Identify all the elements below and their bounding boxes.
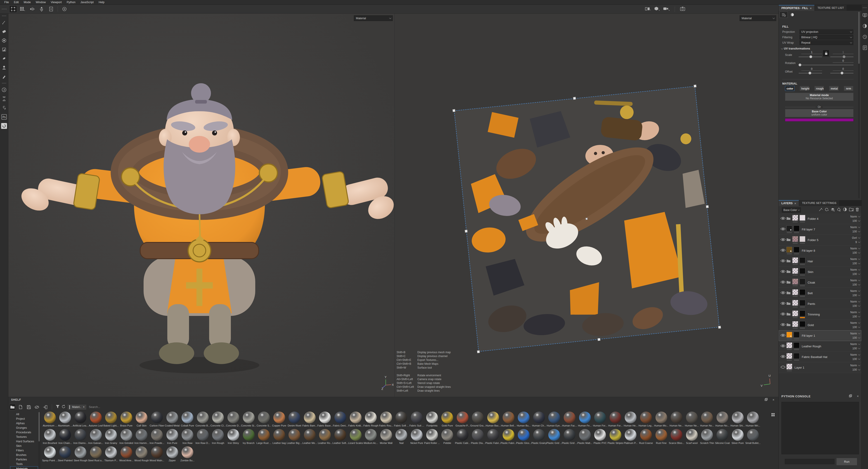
shelf-material[interactable]: Plastic Fabri... (501, 429, 516, 446)
layer-mask-thumbnail[interactable] (794, 342, 800, 350)
photoshop-export-icon[interactable]: Ps (1, 114, 7, 120)
shelf-material[interactable]: Copper Pure (272, 412, 287, 429)
shelf-material[interactable]: Fabric Soft ... (394, 412, 409, 429)
shelf-category[interactable]: Procedurals (10, 430, 38, 435)
material-preview-subtab-icon[interactable] (788, 11, 796, 18)
shelf-material[interactable]: Plastic Fabri... (486, 429, 501, 446)
shelf-material[interactable]: Human No... (715, 412, 730, 429)
blend-mode-dropdown[interactable]: Norm (850, 364, 860, 367)
eraser-tool-icon[interactable] (1, 29, 7, 34)
layer-name[interactable]: Fill layer 7 (802, 228, 815, 231)
plugins-drag-handle[interactable] (2, 83, 6, 84)
blend-mode-dropdown[interactable]: Norm (850, 257, 860, 261)
mesh-view-icon[interactable] (654, 6, 660, 12)
shelf-material[interactable]: Concrete B... (195, 412, 211, 429)
layer-row[interactable]: Layer 1 Norm 100 (779, 362, 862, 373)
shelf-material[interactable]: Iron Pure (164, 429, 180, 446)
scale-lock-button[interactable] (823, 50, 829, 56)
layer-visibility-eye-icon[interactable] (780, 291, 786, 295)
shelf-category[interactable]: Materials (10, 466, 38, 469)
log-dock-icon[interactable] (863, 45, 867, 51)
shelf-material[interactable]: Fabric Knitt... (348, 412, 363, 429)
selection-handle-mr[interactable] (706, 205, 709, 208)
shelf-material[interactable]: Iron Grainy (103, 429, 119, 446)
opacity-dropdown[interactable]: 100 (852, 315, 860, 318)
material-mode-button[interactable]: Material mode No Resource Selected (785, 93, 854, 101)
shelf-material[interactable]: Leather Me... (302, 429, 317, 446)
opacity-dropdown[interactable]: 100 (852, 368, 860, 371)
opacity-dropdown[interactable]: 100 (852, 347, 860, 350)
shelf-material[interactable]: Iron Chain... (58, 429, 73, 446)
channel-button[interactable]: height (800, 86, 809, 91)
shelf-material[interactable]: Paint Roller ... (424, 429, 440, 446)
layer-mask-thumbnail[interactable] (800, 321, 805, 329)
layer-visibility-eye-icon[interactable] (780, 249, 786, 253)
blend-mode-dropdown[interactable]: Norm (850, 289, 860, 292)
shelf-category[interactable]: Grunges (10, 426, 38, 430)
layer-row[interactable]: Skin Norm 100 (779, 267, 862, 277)
layer-mask-thumbnail[interactable] (800, 257, 805, 265)
layer-mask-thumbnail[interactable] (800, 268, 805, 276)
layer-content-thumbnail[interactable] (792, 289, 798, 297)
scale-x-slider[interactable] (799, 57, 822, 57)
shelf-material[interactable]: Iron Grinded (119, 429, 134, 446)
shelf-material[interactable]: Human Bac... (486, 412, 501, 429)
offset-x-value[interactable]: 0 (801, 67, 822, 71)
shelf-material[interactable]: Concrete Si... (241, 412, 256, 429)
display-settings-icon[interactable] (645, 6, 651, 12)
layer-mask-thumbnail[interactable] (794, 225, 800, 233)
layer-content-thumbnail[interactable] (792, 279, 798, 286)
shelf-material[interactable]: Fabric Bam... (302, 412, 317, 429)
float-panel-icon[interactable] (849, 395, 852, 398)
layer-mask-thumbnail[interactable] (800, 311, 805, 318)
shelf-material[interactable]: Carbon Fiber (149, 412, 164, 429)
shelf-material[interactable]: Fabric Deni... (333, 412, 348, 429)
scale-x-value[interactable]: 1 (801, 51, 822, 54)
layer-mask-thumbnail[interactable] (800, 289, 805, 297)
channel-button[interactable]: nrm (844, 86, 853, 91)
uv-selection[interactable] (454, 86, 720, 352)
layer-content-thumbnail[interactable] (786, 225, 792, 233)
substance-source-icon[interactable] (1, 87, 7, 93)
shelf-material[interactable]: Iron Brushed (42, 429, 58, 446)
shelf-material[interactable]: Calf Skin (134, 412, 150, 429)
shelf-category[interactable]: Tools (10, 462, 38, 466)
shelf-material[interactable]: Plastic Dia... (470, 429, 486, 446)
blend-mode-dropdown[interactable]: Norm (850, 343, 860, 346)
remove-filter-icon[interactable]: × (83, 405, 85, 409)
selection-handle-ml[interactable] (465, 230, 468, 233)
menu-item[interactable]: Viewport (48, 0, 64, 5)
shelf-material[interactable]: Plastic Matt... (577, 429, 593, 446)
channel-button[interactable]: color (785, 86, 795, 91)
menu-item[interactable]: Window (33, 0, 48, 5)
tool-properties-subtab-icon[interactable] (780, 11, 788, 18)
shelf-material[interactable]: Iron Diamo... (73, 429, 88, 446)
opacity-dropdown[interactable]: 100 (852, 304, 860, 308)
layer-mask-thumbnail[interactable] (794, 247, 800, 254)
add-mask-icon[interactable] (843, 207, 847, 213)
projection-tool-icon[interactable] (1, 37, 7, 43)
offset-y-slider[interactable] (830, 73, 854, 73)
blend-mode-dropdown[interactable]: Ovrl (852, 236, 860, 240)
menu-item[interactable]: Edit (11, 0, 21, 5)
grid-view-toggle-icon[interactable] (771, 413, 775, 417)
layer-name[interactable]: Pants (808, 302, 815, 306)
shelf-material[interactable]: Leather Big ... (287, 429, 302, 446)
mirror-vertical-button[interactable] (38, 5, 45, 13)
layer-row[interactable]: Fill layer 7 Norm 100 (779, 224, 862, 235)
layer-content-thumbnail[interactable] (792, 257, 798, 265)
shelf-material[interactable]: Aluminium ... (42, 412, 58, 429)
shelf-material[interactable]: Silicone Coat (715, 429, 730, 446)
frame-add-button[interactable] (47, 5, 55, 13)
layer-name[interactable]: Belt (808, 291, 813, 295)
opacity-dropdown[interactable]: 100 (852, 273, 860, 276)
layer-row[interactable]: Fill layer 1 Norm 100 (779, 331, 862, 341)
shelf-material[interactable]: Zipper (164, 446, 180, 464)
opacity-dropdown[interactable]: 100 (852, 262, 860, 265)
shelf-category[interactable]: Textures (10, 435, 38, 439)
opacity-dropdown[interactable]: 100 (852, 357, 860, 361)
shelf-material[interactable]: Platinum P... (623, 429, 639, 446)
layer-visibility-eye-icon[interactable] (780, 217, 786, 221)
layer-content-thumbnail[interactable] (786, 342, 792, 350)
shelf-material[interactable]: Plastic Stripes (608, 429, 623, 446)
